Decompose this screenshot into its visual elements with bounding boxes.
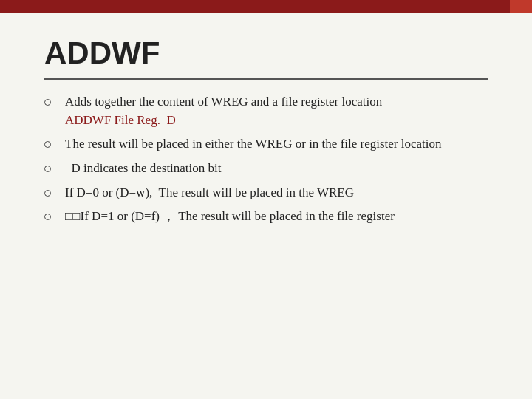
top-bar [0, 0, 532, 13]
bullet-line-1b: ADDWF File Reg. D [65, 113, 176, 127]
bullet-circle-1 [44, 99, 51, 106]
top-bar-accent [510, 0, 532, 13]
content-area: ADDWF Adds together the content of WREG … [0, 13, 532, 399]
bullet-marker-1 [44, 95, 61, 106]
bullet-circle-4 [44, 190, 51, 197]
bullet-line-4a: If D=0 or (D=w), The result will be plac… [65, 185, 354, 200]
bullet-circle-2 [44, 141, 51, 148]
bullet-list: Adds together the content of WREG and a … [44, 93, 488, 226]
bullet-circle-3 [44, 166, 51, 172]
list-item: □□If D=1 or (D=f) ， The result will be p… [44, 208, 488, 226]
bullet-line-2a: The result will be placed in either the … [65, 137, 442, 151]
bullet-circle-5 [44, 214, 51, 220]
list-item: The result will be placed in either the … [44, 135, 488, 154]
list-item: D indicates the destination bit [44, 160, 488, 178]
list-item: If D=0 or (D=w), The result will be plac… [44, 184, 488, 202]
bullet-marker-5 [44, 209, 61, 220]
bullet-text-5: □□If D=1 or (D=f) ， The result will be p… [65, 208, 488, 226]
bullet-text-4: If D=0 or (D=w), The result will be plac… [65, 184, 488, 202]
bullet-line-5a: □□If D=1 or (D=f) ， The result will be p… [65, 209, 395, 223]
bullet-line-3a: D indicates the destination bit [65, 161, 222, 175]
divider [44, 78, 488, 80]
bullet-marker-2 [44, 137, 61, 148]
bullet-marker-3 [44, 161, 61, 172]
bullet-text-2: The result will be placed in either the … [65, 135, 488, 154]
bullet-marker-4 [44, 185, 61, 197]
bullet-line-1a: Adds together the content of WREG and a … [65, 95, 382, 109]
bullet-text-3: D indicates the destination bit [65, 160, 488, 178]
page-title: ADDWF [44, 35, 488, 71]
bullet-text-1: Adds together the content of WREG and a … [65, 93, 488, 129]
list-item: Adds together the content of WREG and a … [44, 93, 488, 129]
